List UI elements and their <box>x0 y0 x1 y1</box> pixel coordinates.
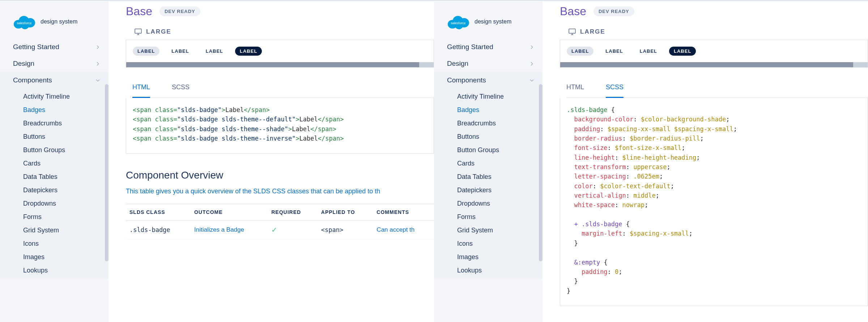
table-header: COMMENTS <box>373 204 434 220</box>
nav-components[interactable]: Components <box>434 72 542 89</box>
code-tabs: HTML SCSS <box>132 83 434 98</box>
salesforce-logo-icon: salesforce <box>13 14 35 29</box>
preview-box: LABELLABELLABELLABEL <box>126 40 434 68</box>
badge-preview: LABEL <box>235 47 262 56</box>
nav-components[interactable]: Components <box>0 72 109 89</box>
overview-table: SLDS CLASSOUTCOMEREQUIREDAPPLIED TOCOMME… <box>126 204 434 240</box>
table-header: REQUIRED <box>268 204 318 220</box>
main-content: Base DEV READY LARGE LABELLABELLABELLABE… <box>109 1 434 322</box>
sidebar-item-dropdowns[interactable]: Dropdowns <box>23 197 109 210</box>
nav-design[interactable]: Design <box>434 55 542 72</box>
svg-text:salesforce: salesforce <box>451 21 465 25</box>
chevron-right-icon <box>96 62 100 66</box>
sidebar-item-images[interactable]: Images <box>457 250 542 264</box>
monitor-icon <box>135 29 142 35</box>
sidebar-item-badges[interactable]: Badges <box>457 103 542 117</box>
sidebar-item-dropdowns[interactable]: Dropdowns <box>457 197 542 210</box>
tab-html[interactable]: HTML <box>566 83 584 98</box>
sidebar: salesforce design system Getting Started… <box>0 1 109 322</box>
chevron-right-icon <box>530 45 534 49</box>
tab-scss[interactable]: SCSS <box>172 83 190 98</box>
sidebar-item-icons[interactable]: Icons <box>457 237 542 250</box>
tab-scss[interactable]: SCSS <box>606 83 624 98</box>
logo-row: salesforce design system <box>0 1 109 39</box>
sidebar-item-lookups[interactable]: Lookups <box>23 264 109 277</box>
table-cell: <span> <box>318 220 373 240</box>
code-block-html: <span class="slds-badge">Label</span> <s… <box>126 98 434 154</box>
sidebar-item-buttons[interactable]: Buttons <box>23 130 109 143</box>
status-badge: DEV READY <box>159 7 200 16</box>
sidebar-item-grid-system[interactable]: Grid System <box>457 224 542 237</box>
nav-sub-list: Activity TimelineBadgesBreadcrumbsButton… <box>0 89 109 279</box>
sidebar-item-lookups[interactable]: Lookups <box>457 264 542 277</box>
scrollbar[interactable] <box>539 84 542 261</box>
overview-desc: This table gives you a quick overview of… <box>126 188 434 195</box>
svg-rect-5 <box>135 29 141 33</box>
sidebar-item-data-tables[interactable]: Data Tables <box>457 170 542 184</box>
sidebar-item-icons[interactable]: Icons <box>23 237 109 250</box>
chevron-down-icon <box>530 78 534 82</box>
chevron-right-icon <box>96 45 100 49</box>
badge-preview: LABEL <box>669 47 696 56</box>
page-title: Base <box>560 5 586 18</box>
sidebar: salesforce design system Getting Started… <box>434 1 542 322</box>
tab-html[interactable]: HTML <box>132 83 150 98</box>
code-block-scss: .slds-badge { background-color: $color-b… <box>560 98 868 306</box>
sidebar-item-cards[interactable]: Cards <box>23 157 109 170</box>
sidebar-nav: Getting Started Design Components Activi… <box>0 39 109 279</box>
badge-preview: LABEL <box>567 47 593 56</box>
svg-text:salesforce: salesforce <box>17 21 31 25</box>
sidebar-item-datepickers[interactable]: Datepickers <box>23 184 109 197</box>
viewport-size[interactable]: LARGE <box>135 28 434 35</box>
sidebar-item-button-groups[interactable]: Button Groups <box>457 143 542 157</box>
brand-text: design system <box>475 18 511 25</box>
table-cell[interactable]: Can accept th <box>373 220 434 240</box>
sidebar-item-forms[interactable]: Forms <box>23 210 109 224</box>
sidebar-item-breadcrumbs[interactable]: Breadcrumbs <box>23 117 109 130</box>
table-cell[interactable]: Initializes a Badge <box>191 220 268 240</box>
sidebar-item-badges[interactable]: Badges <box>23 103 109 117</box>
sidebar-item-images[interactable]: Images <box>23 250 109 264</box>
sidebar-item-buttons[interactable]: Buttons <box>457 130 542 143</box>
badge-preview: LABEL <box>167 47 193 56</box>
nav-design[interactable]: Design <box>0 55 109 72</box>
nav-getting-started[interactable]: Getting Started <box>434 39 542 55</box>
table-header: SLDS CLASS <box>126 204 191 220</box>
sidebar-item-activity-timeline[interactable]: Activity Timeline <box>23 90 109 103</box>
nav-getting-started[interactable]: Getting Started <box>0 39 109 55</box>
sidebar-item-breadcrumbs[interactable]: Breadcrumbs <box>457 117 542 130</box>
badge-preview: LABEL <box>601 47 627 56</box>
chevron-down-icon <box>96 78 100 82</box>
scrollbar[interactable] <box>105 84 109 261</box>
horizontal-scrollbar[interactable] <box>126 62 434 67</box>
sidebar-item-grid-system[interactable]: Grid System <box>23 224 109 237</box>
sidebar-item-data-tables[interactable]: Data Tables <box>23 170 109 184</box>
sidebar-item-button-groups[interactable]: Button Groups <box>23 143 109 157</box>
brand-text: design system <box>41 18 77 25</box>
badge-preview: LABEL <box>201 47 228 56</box>
sidebar-item-cards[interactable]: Cards <box>457 157 542 170</box>
table-cell: .slds-badge <box>126 220 191 240</box>
sidebar-item-datepickers[interactable]: Datepickers <box>457 184 542 197</box>
viewport-size[interactable]: LARGE <box>569 28 868 35</box>
page-title: Base <box>126 5 152 18</box>
overview-title: Component Overview <box>126 169 434 181</box>
monitor-icon <box>569 29 576 35</box>
sidebar-item-forms[interactable]: Forms <box>457 210 542 224</box>
chevron-right-icon <box>530 62 534 66</box>
badge-preview: LABEL <box>635 47 662 56</box>
horizontal-scrollbar[interactable] <box>560 62 868 67</box>
table-cell: ✓ <box>268 220 318 240</box>
check-icon: ✓ <box>271 226 277 234</box>
svg-rect-13 <box>569 29 575 33</box>
badge-preview: LABEL <box>133 47 159 56</box>
sidebar-item-activity-timeline[interactable]: Activity Timeline <box>457 90 542 103</box>
table-header: APPLIED TO <box>318 204 373 220</box>
table-header: OUTCOME <box>191 204 268 220</box>
status-badge: DEV READY <box>593 7 634 16</box>
salesforce-logo-icon: salesforce <box>447 14 469 29</box>
